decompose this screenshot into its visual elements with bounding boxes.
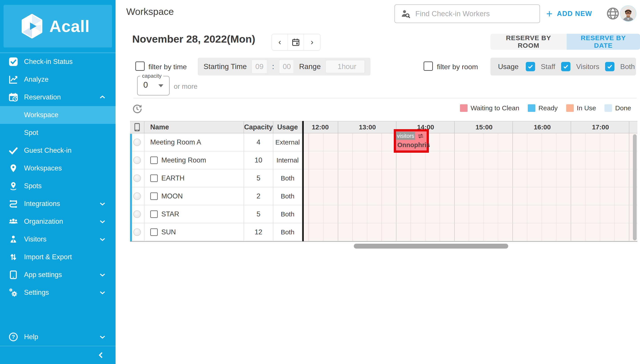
range-input[interactable] [326,60,365,73]
usage-staff-checkbox[interactable] [526,62,535,71]
tab-reserve-by-room[interactable]: RESERVE BY ROOM [490,34,567,50]
usage-label: Usage [498,62,519,71]
room-usage: Both [273,169,302,187]
capacity-value: 0 [143,80,148,90]
row-radio[interactable] [133,156,141,164]
sidebar-item-reservation[interactable]: Reservation [0,88,116,106]
starting-hour-input[interactable] [252,60,267,74]
row-radio[interactable] [133,174,141,182]
waiting-to-clean-swatch [460,104,468,112]
tab-reserve-by-date[interactable]: RESERVE BY DATE [567,34,640,50]
sidebar-item-integrations[interactable]: Integrations [0,195,116,213]
help-circle-icon: ? [9,332,18,342]
time-slots[interactable] [302,134,637,151]
time-slots[interactable] [302,223,637,241]
usage-both-checkbox[interactable] [605,62,614,71]
chevron-up-icon [99,94,106,100]
row-radio[interactable] [133,228,141,236]
filter-by-room-checkbox[interactable] [423,62,433,71]
current-time-line [302,121,304,241]
sidebar-item-label: Reservation [24,93,61,101]
time-slots[interactable] [302,169,637,187]
row-checkbox[interactable] [150,228,158,236]
collapse-left-icon[interactable] [97,351,105,359]
time-slots[interactable] [302,205,637,223]
usage-both-label: Both [620,62,635,71]
sidebar-item-label: Help [24,333,38,341]
sidebar-item-label: Spot [24,129,38,137]
starting-minute-input[interactable] [279,60,295,74]
calendar-picker-button[interactable] [288,34,304,50]
sidebar-item-workspaces[interactable]: Workspaces [0,159,116,177]
sidebar-item-label: Workspaces [24,164,62,172]
time-tick: 16:00 [534,124,551,131]
sidebar-item-spot[interactable]: Spot [0,124,116,142]
checkmark-icon [9,146,18,155]
row-checkbox[interactable] [150,210,158,218]
date-navigation: ‹ › [272,34,320,50]
name-column-header: Name [144,122,244,133]
room-capacity: 12 [244,223,273,241]
map-pin-icon [9,163,18,173]
legend-item-in-use: In Use [566,104,596,112]
user-avatar[interactable] [620,6,636,21]
room-capacity: 4 [244,134,273,151]
row-radio[interactable] [133,138,141,146]
brand-logo[interactable]: Acall [4,5,112,48]
reservation-block[interactable]: visitors Onnophris [396,132,427,150]
table-row-sun: SUN 12 Both [130,223,637,241]
check-square-icon [9,57,18,66]
legend-item-ready: Ready [528,104,558,112]
sidebar-item-check-in-status[interactable]: Check-in Status [0,53,116,70]
search-input[interactable] [415,9,531,18]
sidebar-item-app-settings[interactable]: App settings [0,266,116,284]
device-column-header [130,122,144,133]
language-globe-button[interactable] [606,7,620,21]
room-name: STAR [161,210,179,218]
sidebar-item-label: Import & Export [24,253,72,261]
chevron-down-icon [99,236,106,242]
gears-icon [9,288,18,298]
acall-workspace-app: Acall Check-in Status Analyze Reser [0,0,640,364]
up-down-arrows-icon [9,252,18,262]
next-day-button[interactable]: › [304,34,320,50]
time-slots[interactable] [302,151,637,169]
row-checkbox[interactable] [150,156,158,164]
sidebar-item-visitors[interactable]: Visitors [0,230,116,248]
table-row-moon: MOON 2 Both [130,187,637,205]
room-capacity: 10 [244,151,273,169]
table-body: Meeting Room A 4 External Meeting Room 1… [130,134,637,241]
schedule-table: Name Capacity Usage 12:00 13:00 14:00 15… [130,121,637,242]
add-new-button[interactable]: + ADD NEW [546,4,592,23]
row-radio[interactable] [133,210,141,218]
horizontal-scrollbar[interactable] [354,244,508,248]
filter-by-time-checkbox[interactable] [135,62,145,71]
chevron-down-icon [99,218,106,225]
sidebar-item-organization[interactable]: Organization [0,213,116,230]
add-new-label: ADD NEW [557,10,592,18]
sidebar-item-workspace[interactable]: Workspace [0,106,116,124]
sidebar-item-spots[interactable]: Spots [0,177,116,195]
sidebar-item-settings[interactable]: Settings [0,284,116,302]
row-checkbox[interactable] [150,174,158,182]
capacity-select[interactable]: capacity 0 [137,76,169,96]
plus-icon: + [546,8,552,19]
usage-visitors-checkbox[interactable] [561,62,570,71]
sidebar-item-label: Settings [24,288,49,296]
prev-day-button[interactable]: ‹ [272,34,288,50]
room-name: Meeting Room A [144,134,244,151]
vertical-scrollbar[interactable] [633,134,637,240]
refresh-button[interactable] [132,104,143,114]
done-swatch [604,104,612,112]
row-radio[interactable] [133,192,141,200]
sidebar-item-guest-check-in[interactable]: Guest Check-in [0,142,116,159]
chevron-down-icon [99,334,106,340]
sidebar-item-import-export[interactable]: Import & Export [0,248,116,266]
sidebar-item-label: App settings [24,271,62,279]
reserve-mode-tabs: RESERVE BY ROOM RESERVE BY DATE [490,34,640,50]
time-slots[interactable] [302,187,637,205]
sidebar-item-help[interactable]: ? Help [0,328,116,346]
row-checkbox[interactable] [150,192,158,200]
sidebar-item-analyze[interactable]: Analyze [0,70,116,88]
room-usage: External [273,134,302,151]
